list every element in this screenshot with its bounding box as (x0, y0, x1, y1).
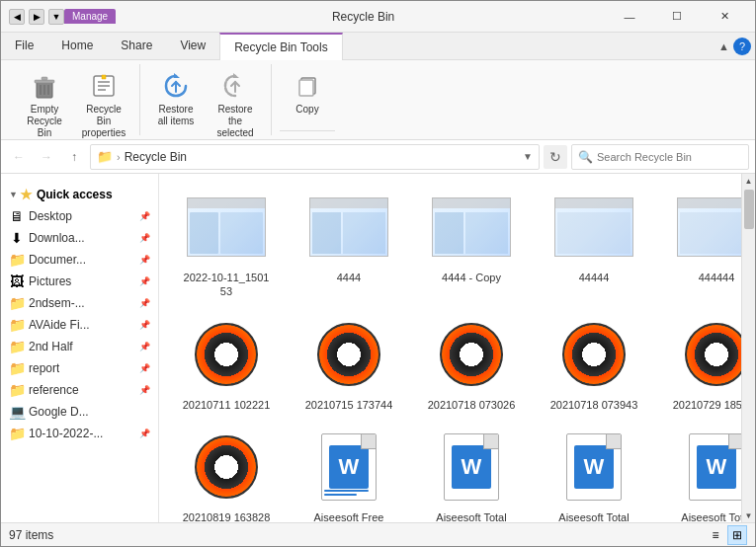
address-box[interactable]: 📁 › Recycle Bin ▼ (90, 144, 540, 170)
file-name-f9: 20210718 073943 (550, 398, 638, 412)
avaide-icon: 📁 (9, 317, 25, 333)
scroll-down-arrow[interactable]: ▼ (743, 508, 755, 522)
large-icons-view-button[interactable]: ⊞ (727, 525, 747, 545)
scrollbar-thumb[interactable] (744, 190, 754, 229)
sidebar-item-reference[interactable]: 📁 reference 📌 (1, 379, 158, 401)
quick-access-icon-1[interactable]: ◀ (9, 9, 25, 25)
titlebar-quick-access: ◀ ▶ ▼ (9, 9, 64, 25)
sidebar-item-2ndhalf[interactable]: 📁 2nd Half 📌 (1, 336, 158, 357)
search-input[interactable] (597, 151, 742, 163)
scrollbar-track[interactable] (744, 190, 754, 507)
sidebar-item-documents[interactable]: 📁 Documer... 📌 (1, 249, 158, 271)
sidebar-label-10-10-2022: 10-10-2022-... (29, 427, 103, 440)
file-name-f4: 44444 (579, 271, 610, 284)
file-item-f6[interactable]: 20210711 102221 (167, 309, 286, 418)
file-area: 2022-10-11_150153 4444 (159, 174, 741, 522)
sidebar-item-10-10-2022[interactable]: 📁 10-10-2022-... 📌 (1, 423, 158, 444)
address-dropdown-icon[interactable]: ▼ (523, 151, 533, 162)
window-title: Recycle Bin (120, 10, 607, 24)
help-button[interactable]: ? (733, 38, 751, 55)
tab-share[interactable]: Share (107, 33, 166, 59)
file-item-f2[interactable]: 4444 (290, 182, 408, 305)
empty-recycle-bin-button[interactable]: EmptyRecycle Bin (17, 68, 72, 141)
file-thumb-f9 (554, 315, 633, 394)
tab-recycle-bin-tools[interactable]: Recycle Bin Tools (219, 33, 343, 60)
restore-all-items-label: Restoreall items (158, 104, 195, 127)
file-item-f10[interactable]: 20210729 185200 (657, 309, 741, 418)
restore-selected-items-icon (219, 70, 251, 102)
sidebar-item-report[interactable]: 📁 report 📌 (1, 357, 158, 379)
statusbar: 97 items ≡ ⊞ (1, 522, 755, 546)
sidebar-item-2ndsem[interactable]: 📁 2ndsem-... 📌 (1, 292, 158, 314)
svg-marker-13 (233, 73, 239, 78)
details-view-button[interactable]: ≡ (706, 525, 725, 545)
file-item-f14[interactable]: W Aiseesoft TotalVideo Converter (535, 422, 653, 522)
sidebar: ▼ ★ Quick access 🖥 Desktop 📌 ⬇ Downloa..… (1, 174, 159, 522)
pin-icon-2ndhalf: 📌 (139, 342, 150, 352)
copy-button[interactable]: Copy (280, 68, 335, 117)
file-thumb-f4 (554, 188, 633, 267)
restore-all-items-button[interactable]: Restoreall items (148, 68, 204, 129)
sidebar-item-downloads[interactable]: ⬇ Downloa... 📌 (1, 227, 158, 249)
desktop-icon: 🖥 (9, 208, 25, 224)
quick-access-icon-2[interactable]: ▶ (29, 9, 44, 25)
file-item-f1[interactable]: 2022-10-11_150153 (167, 182, 286, 305)
quick-access-icon-3[interactable]: ▼ (48, 9, 64, 25)
empty-recycle-bin-icon (29, 70, 60, 102)
back-button[interactable]: ← (7, 145, 31, 169)
address-text: Recycle Bin (125, 150, 523, 164)
restore-all-items-icon (160, 70, 192, 102)
titlebar: ◀ ▶ ▼ Manage Recycle Bin — ☐ ✕ (1, 1, 755, 33)
forward-button[interactable]: → (35, 145, 58, 169)
copy-group-label (280, 130, 335, 135)
file-item-f8[interactable]: 20210718 073026 (412, 309, 531, 418)
file-item-f9[interactable]: 20210718 073943 (535, 309, 653, 418)
tab-home[interactable]: Home (47, 33, 107, 59)
file-name-f12: Aiseesoft FreeVideo Editor (314, 510, 384, 522)
tab-view[interactable]: View (166, 33, 219, 59)
file-name-f8: 20210718 073026 (428, 398, 516, 412)
scroll-up-arrow[interactable]: ▲ (743, 174, 755, 188)
close-button[interactable]: ✕ (702, 1, 747, 33)
sidebar-item-google-d[interactable]: 💻 Google D... (1, 401, 158, 423)
file-item-f13[interactable]: W Aiseesoft TotalVideo Converter (412, 422, 531, 522)
up-button[interactable]: ↑ (62, 145, 86, 169)
main-content: ▼ ★ Quick access 🖥 Desktop 📌 ⬇ Downloa..… (1, 174, 755, 522)
pin-icon-downloads: 📌 (139, 233, 150, 243)
main-window: ◀ ▶ ▼ Manage Recycle Bin — ☐ ✕ File Home… (0, 0, 756, 547)
ribbon-collapse-btn[interactable]: ▲ (718, 40, 729, 52)
file-item-f15[interactable]: W Aiseesoft TotalVideo Converter (657, 422, 741, 522)
sidebar-item-avaide[interactable]: 📁 AVAide Fi... 📌 (1, 314, 158, 336)
file-item-f7[interactable]: 20210715 173744 (290, 309, 408, 418)
sidebar-label-downloads: Downloa... (29, 231, 85, 245)
file-item-f12[interactable]: W Aiseesoft FreeVideo Editor (290, 422, 408, 522)
tab-file[interactable]: File (1, 33, 47, 59)
copy-icon (292, 70, 323, 102)
file-thumb-f6 (187, 315, 266, 394)
sidebar-item-pictures[interactable]: 🖼 Pictures 📌 (1, 271, 158, 292)
file-thumb-f1 (187, 188, 266, 267)
sidebar-label-2ndsem: 2ndsem-... (29, 296, 85, 310)
file-item-f11[interactable]: 20210819 163828 (167, 422, 286, 522)
file-name-f6: 20210711 102221 (183, 398, 271, 412)
sidebar-label-reference: reference (29, 383, 79, 397)
sidebar-item-desktop[interactable]: 🖥 Desktop 📌 (1, 205, 158, 227)
pin-icon-reference: 📌 (139, 385, 150, 395)
window-controls: — ☐ ✕ (607, 1, 747, 33)
file-thumb-f11 (187, 428, 266, 507)
maximize-button[interactable]: ☐ (654, 1, 700, 33)
10-10-2022-icon: 📁 (9, 426, 25, 441)
file-name-f14: Aiseesoft TotalVideo Converter (554, 510, 632, 522)
file-item-f3[interactable]: 4444 - Copy (412, 182, 531, 305)
file-item-f5[interactable]: 444444 (657, 182, 741, 305)
file-item-f4[interactable]: 44444 (535, 182, 653, 305)
file-name-f5: 444444 (699, 271, 735, 284)
vertical-scrollbar[interactable]: ▲ ▼ (741, 174, 755, 522)
recycle-bin-properties-button[interactable]: Recycle Binproperties (76, 68, 131, 141)
minimize-button[interactable]: — (607, 1, 652, 33)
sidebar-quick-access[interactable]: ▼ ★ Quick access (1, 184, 158, 205)
sidebar-label-avaide: AVAide Fi... (29, 318, 90, 332)
refresh-button[interactable]: ↻ (544, 145, 567, 169)
ribbon-content: EmptyRecycle Bin Recycle (1, 60, 755, 139)
star-icon: ★ (20, 187, 33, 202)
